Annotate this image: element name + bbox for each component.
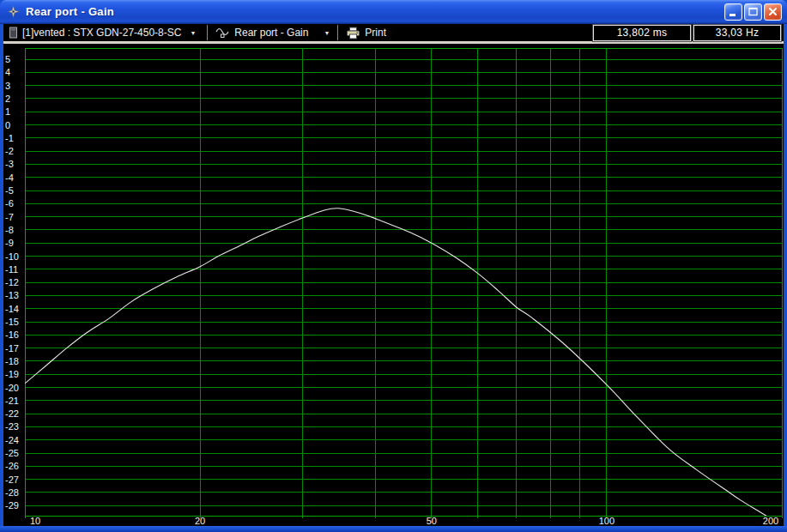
x-axis-tick-label: 10: [30, 516, 40, 526]
gain-curve: [25, 209, 769, 517]
x-axis-tick-label: 50: [427, 516, 437, 526]
enclosure-icon: [9, 27, 18, 39]
y-axis-tick-label: -18: [5, 356, 19, 366]
graph-selector-label: Rear port - Gain: [234, 27, 308, 39]
close-icon: [767, 6, 778, 17]
toolbar-separator: [207, 25, 208, 40]
app-star-icon: [7, 5, 20, 18]
y-axis-tick-label: 2: [5, 94, 10, 104]
y-axis-tick-label: 3: [5, 81, 10, 91]
x-axis-tick-label: 20: [195, 516, 205, 526]
y-axis-tick-label: -11: [5, 264, 18, 275]
y-axis-tick-label: -29: [5, 500, 19, 511]
y-axis-tick-label: -19: [5, 369, 19, 379]
window-title: Rear port - Gain: [26, 5, 724, 18]
window-border-right: [784, 24, 787, 526]
y-axis-tick-label: -25: [5, 448, 19, 458]
chart-area: 543210-1-2-3-4-5-6-7-8-9-10-11-12-13-14-…: [3, 44, 784, 526]
waveform-icon: [215, 27, 230, 39]
graph-selector[interactable]: Rear port - Gain: [210, 24, 318, 41]
printer-icon: [346, 27, 360, 39]
chevron-down-icon: ▼: [320, 28, 333, 38]
y-axis-tick-label: -20: [5, 383, 19, 393]
window-border-left: [0, 24, 3, 526]
maximize-icon: [748, 6, 759, 17]
y-axis-tick-label: -6: [5, 198, 14, 209]
y-axis-tick-label: -9: [5, 238, 14, 248]
chevron-down-icon: ▼: [186, 28, 199, 38]
y-axis-tick-label: -14: [5, 304, 19, 314]
y-axis-tick-label: -8: [5, 225, 14, 235]
y-axis-tick-label: -26: [5, 461, 19, 471]
y-axis-tick-label: -15: [5, 317, 19, 327]
y-axis-tick-label: -1: [5, 133, 14, 143]
titlebar[interactable]: Rear port - Gain: [0, 0, 787, 24]
y-axis-tick-label: -10: [5, 251, 19, 262]
print-button-label: Print: [365, 27, 386, 39]
app-window: Rear port - Gain: [0, 0, 787, 532]
y-axis-tick-label: -13: [5, 290, 19, 300]
y-axis-tick-label: -5: [5, 185, 14, 196]
y-axis-tick-label: -16: [5, 329, 19, 340]
gain-chart-plot[interactable]: 543210-1-2-3-4-5-6-7-8-9-10-11-12-13-14-…: [3, 44, 784, 526]
x-axis-tick-label: 200: [763, 516, 778, 526]
y-axis-tick-label: -24: [5, 435, 19, 445]
toolbar-separator: [337, 25, 338, 40]
y-axis-tick-label: 5: [5, 54, 10, 64]
y-axis-tick-label: -4: [5, 172, 14, 183]
y-axis-tick-label: -3: [5, 159, 14, 169]
y-axis-tick-label: -2: [5, 146, 14, 156]
y-axis-tick-label: -17: [5, 343, 19, 354]
x-axis-tick-label: 100: [599, 516, 614, 526]
config-selector-label: [1]vented : STX GDN-27-450-8-SC: [22, 27, 181, 39]
y-axis-tick-label: 1: [5, 106, 10, 117]
y-axis-tick-label: -7: [5, 212, 14, 222]
print-button[interactable]: Print: [341, 24, 397, 41]
y-axis-tick-label: -21: [5, 396, 19, 406]
minimize-button[interactable]: [724, 3, 742, 21]
y-axis-tick-label: 4: [5, 67, 10, 77]
graph-selector-dropdown-button[interactable]: ▼: [318, 24, 335, 41]
minimize-icon: [728, 6, 739, 17]
y-axis-tick-label: -27: [5, 475, 19, 485]
toolbar: [1]vented : STX GDN-27-450-8-SC ▼ Rear p…: [0, 24, 787, 44]
maximize-button[interactable]: [744, 3, 762, 21]
window-border-bottom: [0, 526, 787, 532]
cursor-frequency-readout: 33,03 Hz: [693, 25, 781, 41]
y-axis-tick-label: -12: [5, 277, 19, 287]
config-selector[interactable]: [1]vented : STX GDN-27-450-8-SC ▼: [3, 24, 204, 41]
y-axis-tick-label: 0: [5, 120, 10, 130]
y-axis-tick-label: -22: [5, 408, 19, 419]
y-axis-tick-label: -23: [5, 421, 19, 432]
y-axis-tick-label: -28: [5, 487, 19, 498]
cursor-time-readout: 13,802 ms: [593, 25, 691, 41]
close-button[interactable]: [764, 3, 782, 21]
